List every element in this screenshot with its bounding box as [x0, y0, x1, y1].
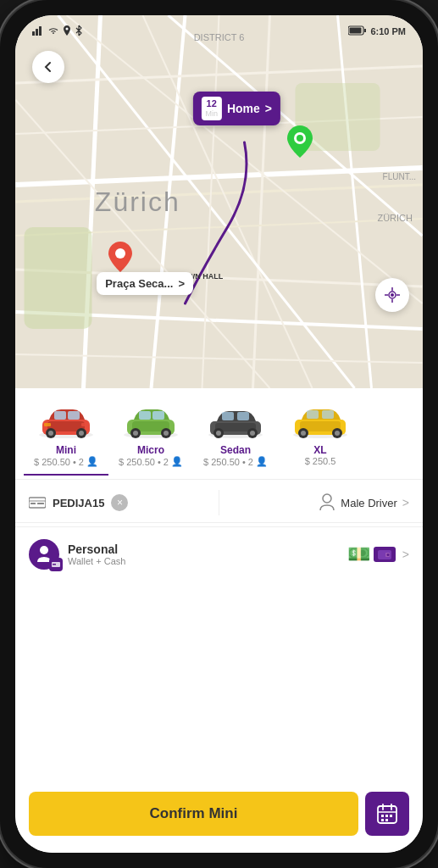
svg-rect-26: [25, 227, 92, 329]
car-option-mini[interactable]: Mini $ 250.50 • 2 👤: [24, 398, 108, 476]
status-icons-left: [32, 25, 83, 38]
eta-label: Min: [205, 109, 218, 119]
promo-icon: [29, 496, 46, 509]
svg-rect-94: [385, 819, 388, 821]
payment-chevron-icon: >: [402, 548, 409, 561]
promo-driver-row: PEDIJA15 × Male Driver >: [15, 483, 423, 523]
svg-rect-70: [322, 410, 334, 419]
svg-rect-6: [364, 29, 366, 32]
time-display: 6:10 PM: [370, 26, 406, 36]
wallet-icon: [374, 547, 396, 562]
payment-row[interactable]: Personal Wallet + Cash 💵 >: [15, 531, 423, 578]
svg-rect-51: [139, 411, 151, 420]
svg-point-29: [297, 135, 303, 142]
driver-chevron-icon: >: [402, 496, 409, 509]
svg-point-74: [335, 431, 340, 436]
micro-car-price: $ 250.50 • 2 👤: [119, 456, 183, 467]
svg-point-85: [386, 554, 389, 556]
confirm-mini-button[interactable]: Confirm Mini: [29, 792, 358, 836]
car-option-xl[interactable]: XL $ 250.5: [278, 398, 363, 476]
svg-rect-93: [381, 819, 384, 821]
payment-info: Personal Wallet + Cash: [68, 542, 339, 566]
svg-rect-69: [307, 410, 319, 419]
payment-title: Personal: [68, 542, 339, 556]
destination-name: Home: [227, 102, 260, 115]
car-option-micro[interactable]: Micro $ 250.50 • 2 👤: [108, 398, 193, 476]
pickup-badge[interactable]: Praça Seca... >: [97, 272, 193, 295]
svg-point-63: [216, 431, 221, 436]
svg-point-54: [133, 431, 138, 436]
sedan-car-image: [203, 402, 268, 441]
svg-rect-61: [237, 412, 249, 420]
bottom-actions: Confirm Mini: [15, 783, 423, 853]
eta-box: 12 Min: [201, 97, 222, 120]
svg-point-80: [40, 546, 48, 554]
destination-arrow: >: [265, 102, 272, 115]
svg-rect-77: [30, 503, 36, 504]
driver-preference-section[interactable]: Male Driver >: [230, 493, 409, 512]
svg-point-65: [250, 431, 255, 436]
divider-2: [15, 526, 423, 527]
svg-rect-40: [54, 411, 66, 420]
svg-rect-5: [350, 28, 362, 34]
promo-divider: [219, 490, 219, 515]
driver-pref-label: Male Driver: [341, 497, 396, 509]
status-bar: 6:10 PM: [15, 15, 423, 42]
svg-rect-47: [81, 423, 88, 426]
cash-icon: 💵: [347, 543, 370, 565]
car-options-row: Mini $ 250.50 • 2 👤: [15, 388, 423, 476]
svg-rect-46: [44, 423, 51, 426]
phone-shell: 6:10 PM: [0, 0, 438, 868]
payment-subtitle: Wallet + Cash: [68, 556, 339, 566]
promo-clear-button[interactable]: ×: [111, 494, 128, 511]
battery-icon: [348, 25, 367, 37]
svg-rect-1: [36, 29, 38, 36]
svg-rect-78: [37, 503, 44, 504]
destination-pin: [287, 125, 313, 164]
micro-car-image: [119, 402, 183, 441]
divider-1: [15, 479, 423, 480]
destination-badge[interactable]: 12 Min Home >: [192, 92, 280, 125]
schedule-button[interactable]: [365, 792, 409, 836]
svg-rect-82: [53, 564, 56, 565]
pickup-arrow: >: [178, 277, 185, 290]
svg-rect-7: [16, 15, 423, 388]
my-location-button[interactable]: [375, 278, 409, 312]
mini-car-name: Mini: [56, 444, 76, 456]
map-background: DISTRICT 6 Zürich ZÜRICH FLUNT... ZURICH…: [15, 15, 423, 388]
svg-point-56: [164, 431, 169, 436]
svg-point-43: [48, 431, 53, 436]
svg-point-3: [66, 27, 69, 30]
svg-point-45: [79, 431, 84, 436]
svg-rect-0: [32, 31, 35, 36]
payment-method-icons: 💵 >: [347, 543, 409, 565]
driver-icon: [319, 493, 335, 512]
signal-icon: [32, 25, 44, 37]
eta-minutes: 12: [205, 98, 218, 109]
promo-section[interactable]: PEDIJA15 ×: [29, 494, 208, 511]
car-option-sedan[interactable]: Sedan $ 250.50 • 2 👤: [193, 398, 278, 476]
mini-car-image: [34, 402, 98, 441]
svg-rect-41: [68, 411, 80, 420]
bottom-panel: Mini $ 250.50 • 2 👤: [15, 388, 423, 853]
xl-car-name: XL: [313, 444, 326, 456]
phone-screen: 6:10 PM: [15, 15, 423, 853]
svg-point-30: [115, 248, 125, 259]
payment-avatar-badge: [49, 558, 63, 571]
svg-point-36: [391, 293, 394, 297]
location-status-icon: [63, 25, 71, 38]
promo-code-text: PEDIJA15: [53, 497, 104, 509]
svg-rect-91: [385, 815, 388, 817]
map-streets-svg: [15, 15, 423, 388]
sedan-car-name: Sedan: [220, 444, 251, 456]
svg-rect-92: [390, 815, 392, 817]
svg-point-72: [301, 431, 306, 436]
payment-avatar: [29, 539, 59, 570]
pickup-name: Praça Seca...: [105, 277, 173, 290]
back-button[interactable]: [32, 51, 64, 83]
wifi-icon: [47, 25, 59, 37]
xl-car-image: [288, 402, 352, 441]
mini-car-price: $ 250.50 • 2 👤: [34, 456, 98, 467]
svg-rect-90: [381, 815, 384, 817]
svg-rect-60: [222, 412, 234, 420]
